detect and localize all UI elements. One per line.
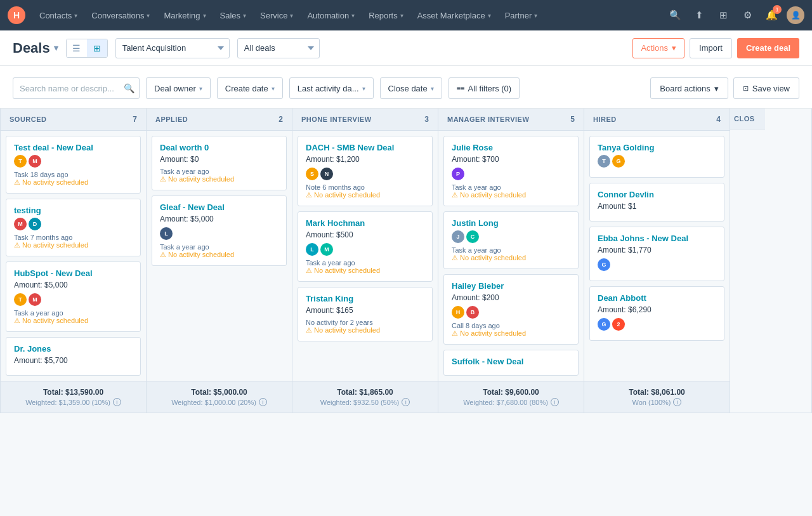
chevron-down-icon: ▾ [351, 12, 355, 19]
deal-name[interactable]: Justin Long [452, 218, 570, 228]
deal-name[interactable]: Test deal - New Deal [14, 143, 133, 152]
nav-right-icons: 🔍 ⬆ ⊞ ⚙ 🔔 1 👤 [666, 6, 804, 24]
deal-card[interactable]: Connor DevlinAmount: $1 [589, 183, 724, 222]
chevron-down-icon: ▾ [272, 85, 275, 92]
deal-name[interactable]: Ebba Johns - New Deal [598, 234, 716, 243]
user-avatar[interactable]: 👤 [787, 6, 804, 24]
deal-amount: Amount: $5,000 [14, 281, 133, 289]
last-activity-filter[interactable]: Last activity da... ▾ [289, 77, 374, 99]
deal-name[interactable]: Tanya Golding [598, 143, 716, 152]
column-footer: Total: $5,000.00Weighted: $1,000.00 (20%… [147, 381, 292, 413]
nav-item-marketing[interactable]: Marketing ▾ [157, 7, 212, 24]
column-weighted: Weighted: $7,680.00 (80%) i [447, 398, 575, 406]
info-icon[interactable]: i [259, 398, 267, 406]
deal-card[interactable]: Ebba Johns - New DealAmount: $1,770G [589, 227, 724, 281]
board-column-phone-interview: PHONE INTERVIEW3DACH - SMB New DealAmoun… [292, 109, 438, 413]
import-button[interactable]: Import [690, 38, 732, 58]
deal-name[interactable]: Dean Abbott [598, 293, 716, 303]
search-icon[interactable]: 🔍 [124, 83, 134, 93]
nav-item-sales[interactable]: Sales ▾ [214, 7, 253, 24]
avatar: S [306, 168, 318, 180]
search-input[interactable] [13, 77, 140, 99]
deal-name[interactable]: testing [14, 206, 133, 215]
deal-name[interactable]: Connor Devlin [598, 190, 716, 199]
all-filters-button[interactable]: ≡≡ All filters (0) [449, 77, 520, 99]
deal-card[interactable]: DACH - SMB New DealAmount: $1,200SNNote … [298, 136, 433, 206]
deal-name[interactable]: Dr. Jones [14, 344, 133, 354]
deal-amount: Amount: $0 [160, 155, 278, 164]
pipeline-selector[interactable]: Talent Acquisition [115, 38, 230, 58]
notification-badge: 1 [773, 5, 782, 14]
deal-card[interactable]: Dean AbbottAmount: $6,290G2 [589, 286, 724, 341]
nav-item-service[interactable]: Service ▾ [254, 7, 299, 24]
deal-name[interactable]: Hailey Bieber [452, 281, 570, 291]
deal-card[interactable]: Justin LongJCTask a year ago⚠ No activit… [443, 211, 579, 269]
deal-amount: Amount: $1 [598, 202, 716, 211]
settings-button[interactable]: ⚙ [738, 6, 756, 24]
chevron-down-icon: ▾ [400, 12, 403, 19]
deal-name[interactable]: Tristan King [306, 294, 424, 303]
chevron-down-icon: ▾ [672, 43, 676, 53]
nav-item-conversations[interactable]: Conversations ▾ [85, 7, 156, 24]
deal-name[interactable]: Mark Hochman [306, 218, 424, 228]
deal-card[interactable]: Suffolk - New Deal [443, 350, 579, 376]
deal-avatars: G [598, 258, 716, 271]
deal-warning: ⚠ No activity scheduled [306, 267, 424, 275]
board-view-button[interactable]: ⊞ [87, 39, 107, 57]
deal-avatars: TG [598, 155, 716, 168]
nav-item-partner[interactable]: Partner ▾ [499, 7, 544, 24]
deal-card[interactable]: Tristan KingAmount: $165No activity for … [298, 287, 433, 341]
column-cards: Julie RoseAmount: $700PTask a year ago⚠ … [438, 131, 584, 381]
deal-card[interactable]: Hailey BieberAmount: $200HBCall 8 days a… [443, 274, 579, 345]
hubspot-logo[interactable]: H [8, 6, 25, 24]
deal-card[interactable]: Gleaf - New DealAmount: $5,000LTask a ye… [152, 195, 287, 266]
deal-name[interactable]: Julie Rose [452, 143, 570, 152]
notifications-button[interactable]: 🔔 1 [763, 6, 780, 24]
info-icon[interactable]: i [673, 398, 681, 406]
filter-selector[interactable]: All deals [237, 38, 320, 58]
deal-card[interactable]: testingMDTask 7 months ago⚠ No activity … [6, 199, 141, 256]
upgrade-button[interactable]: ⬆ [690, 6, 708, 24]
deal-name[interactable]: DACH - SMB New Deal [306, 143, 424, 152]
deal-name[interactable]: HubSpot - New Deal [14, 268, 133, 278]
info-icon[interactable]: i [402, 398, 410, 406]
deal-amount: Amount: $200 [452, 293, 570, 302]
nav-item-asset-marketplace[interactable]: Asset Marketplace ▾ [411, 7, 497, 24]
page-title[interactable]: Deals ▾ [13, 40, 58, 56]
deal-card[interactable]: Test deal - New DealTMTask 18 days ago⚠ … [6, 136, 141, 194]
deal-name[interactable]: Deal worth 0 [160, 143, 278, 152]
deal-amount: Amount: $1,770 [598, 246, 716, 255]
deal-meta: Task a year ago [306, 259, 424, 267]
marketplace-button[interactable]: ⊞ [714, 6, 732, 24]
deal-meta: Task a year ago [452, 183, 570, 191]
info-icon[interactable]: i [113, 398, 121, 406]
create-deal-button[interactable]: Create deal [737, 38, 799, 58]
deal-card[interactable]: HubSpot - New DealAmount: $5,000TMTask a… [6, 261, 141, 332]
deal-owner-filter[interactable]: Deal owner ▾ [146, 77, 211, 99]
actions-button[interactable]: Actions ▾ [632, 38, 684, 58]
filter-right-actions: Board actions ▾ ⊡ Save view [650, 77, 799, 99]
board-column-hired: HIRED4Tanya GoldingTGConnor DevlinAmount… [584, 109, 730, 413]
deal-name[interactable]: Gleaf - New Deal [160, 202, 278, 212]
nav-item-automation[interactable]: Automation ▾ [301, 7, 361, 24]
nav-item-reports[interactable]: Reports ▾ [362, 7, 410, 24]
search-button[interactable]: 🔍 [666, 6, 684, 24]
deal-warning: ⚠ No activity scheduled [306, 191, 424, 199]
deal-name[interactable]: Suffolk - New Deal [452, 357, 570, 366]
column-cards: DACH - SMB New DealAmount: $1,200SNNote … [292, 131, 438, 381]
deal-card[interactable]: Mark HochmanAmount: $500LMTask a year ag… [298, 211, 433, 282]
chevron-down-icon: ▾ [203, 12, 206, 19]
save-view-button[interactable]: ⊡ Save view [733, 77, 799, 99]
create-date-filter[interactable]: Create date ▾ [217, 77, 283, 99]
close-date-filter[interactable]: Close date ▾ [380, 77, 442, 99]
info-icon[interactable]: i [551, 398, 559, 406]
deal-card[interactable]: Dr. JonesAmount: $5,700 [6, 337, 141, 376]
deal-card[interactable]: Tanya GoldingTG [589, 136, 724, 178]
avatar: C [466, 230, 479, 243]
deal-card[interactable]: Julie RoseAmount: $700PTask a year ago⚠ … [443, 136, 579, 206]
board-actions-button[interactable]: Board actions ▾ [650, 77, 728, 99]
deal-card[interactable]: Deal worth 0Amount: $0Task a year ago⚠ N… [152, 136, 287, 190]
avatar: 2 [612, 318, 625, 331]
list-view-button[interactable]: ☰ [67, 39, 87, 57]
nav-item-contacts[interactable]: Contacts ▾ [33, 7, 84, 24]
